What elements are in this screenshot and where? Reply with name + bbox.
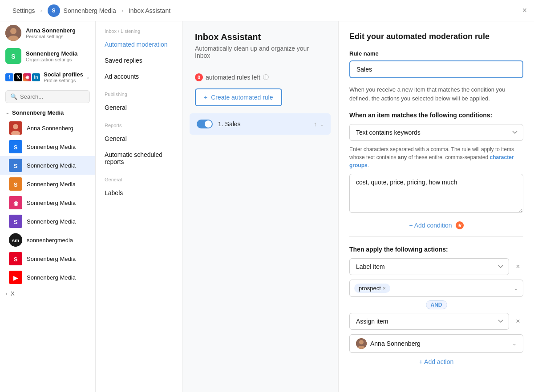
close-button[interactable]: × [522,6,527,15]
assignee-dropdown-row[interactable]: Anna Sonnenberg ⌄ [349,334,523,353]
info-icon[interactable]: ⓘ [263,73,269,81]
account-item-1[interactable]: S Sonnenberg Media [0,137,95,156]
add-condition-row[interactable]: + Add condition ★ [349,221,523,229]
social-text: Social profiles Profile settings [44,71,83,83]
rule-arrows: ↑ ↓ [314,120,324,128]
content-subtitle: Automatically clean up and organize your… [195,45,325,59]
content-header: Inbox Assistant Automatically clean up a… [182,21,338,66]
account-avatar-4: ◉ [9,196,22,209]
expand-more-item[interactable]: › X [0,287,95,300]
social-icons-group: f 𝕏 ◉ in [5,73,40,81]
search-input[interactable] [20,93,95,100]
rules-count-row: 0 automated rules left ⓘ [195,73,325,81]
condition-dropdown-row: Text contains keywords [349,124,523,141]
account-item-8[interactable]: ▶ Sonnenberg Media [0,268,95,287]
rule-item-sales[interactable]: 1. Sales ↑ ↓ [190,113,331,135]
and-separator: AND [349,300,523,309]
account-item-7[interactable]: S Sonnenberg Media [0,249,95,268]
create-rule-button[interactable]: + Create automated rule [195,88,282,106]
condition-type-dropdown[interactable]: Text contains keywords [349,124,523,141]
tag-dropdown-icon[interactable]: ⌄ [514,285,518,292]
action1-type-dropdown[interactable]: Label item [349,258,509,275]
account-item-0[interactable]: Anna Sonnenberg [0,119,95,137]
edit-description: When you receive a new item that matches… [349,85,523,103]
publishing-section-label: Publishing [96,84,182,100]
account-item-2[interactable]: S Sonnenberg Media [0,156,95,175]
account-avatar-5: S [9,215,22,228]
rule-toggle[interactable] [197,120,213,128]
user-info: Anna Sonnenberg Personal settings [26,27,90,39]
account-name-5: Sonnenberg Media [27,218,76,225]
keywords-hint-any: any [398,154,407,160]
action1-remove-button[interactable]: × [513,261,523,272]
content-panel: Inbox Assistant Automatically clean up a… [182,21,338,392]
nav-publishing-general[interactable]: General [96,100,182,116]
account-item-3[interactable]: S Sonnenberg Media [0,175,95,193]
nav-saved-replies[interactable]: Saved replies [96,52,182,68]
org-section-header[interactable]: ⌄ Sonnenberg Media [0,107,95,119]
account-name-2: Sonnenberg Media [27,162,76,169]
keywords-hint-2: of these entire, comma-separated [407,154,490,160]
main-layout: Anna Sonnenberg Personal settings S Sonn… [0,21,534,392]
user-sub: Personal settings [26,34,90,39]
svg-point-6 [13,124,18,129]
svg-point-25 [359,340,364,344]
account-item-4[interactable]: ◉ Sonnenberg Media [0,193,95,212]
action2-dropdown-row: Assign item × [349,313,523,330]
sidebar: Anna Sonnenberg Personal settings S Sonn… [0,21,96,392]
account-avatar-1: S [9,140,22,153]
assignee-dropdown-icon: ⌄ [512,340,517,347]
social-profiles-item[interactable]: f 𝕏 ◉ in Social profiles Profile setting… [0,68,95,87]
general-section-label: General [96,170,182,185]
content-title: Inbox Assistant [195,32,325,42]
assignee-avatar [356,338,367,349]
reports-section-label: Reports [96,116,182,131]
svg-text:S: S [14,256,18,263]
add-action-row[interactable]: + Add action [349,358,523,365]
arrow-down-icon[interactable]: ↓ [320,120,324,128]
social-chevron-icon: ⌄ [86,74,90,80]
tag-row: prospect × ⌄ [349,280,523,297]
personal-settings-item[interactable]: Anna Sonnenberg Personal settings [0,21,95,44]
search-icon: 🔍 [10,93,17,100]
keywords-textarea[interactable]: cost, quote, price, pricing, how much [349,174,523,213]
account-avatar-6: sm [9,233,22,247]
account-avatar-0 [9,121,22,135]
svg-text:◉: ◉ [13,200,19,207]
action2-remove-button[interactable]: × [513,316,523,327]
account-avatar-7: S [9,252,22,265]
org-breadcrumb[interactable]: S Sonnenberg Media [42,4,121,17]
tag-label: prospect [359,285,381,292]
conditions-header: When an item matches the following condi… [349,112,523,119]
nav-reports-general[interactable]: General [96,131,182,147]
nav-labels[interactable]: Labels [96,185,182,201]
action2-type-dropdown[interactable]: Assign item [349,313,509,330]
topbar: Settings › S Sonnenberg Media › Inbox As… [0,0,534,21]
divider [349,236,523,237]
account-name-3: Sonnenberg Media [27,181,76,188]
account-item-5[interactable]: S Sonnenberg Media [0,212,95,231]
nav-panel: Inbox / Listening Automated moderation S… [96,21,182,392]
prospect-tag: prospect × [354,284,390,293]
org-name: Sonnenberg Media [64,7,116,14]
settings-label: Settings [12,7,35,14]
org-info: Sonnenberg Media Organization settings [26,50,90,62]
bottom-label: X [11,290,15,297]
svg-text:S: S [14,163,18,169]
rules-count-badge: 0 [195,73,203,81]
tag-remove-button[interactable]: × [383,285,386,292]
actions-header: Then apply the following actions: [349,246,523,253]
nav-ad-accounts[interactable]: Ad accounts [96,68,182,84]
org-section-label: Sonnenberg Media [12,109,64,116]
settings-link[interactable]: Settings [7,7,40,14]
account-name-7: Sonnenberg Media [27,256,76,262]
nav-automated-moderation[interactable]: Automated moderation [96,36,182,52]
org-chevron-icon: ⌄ [5,110,9,116]
rule-name-input[interactable] [349,60,523,78]
account-item-6[interactable]: sm sonnenbergmedia [0,231,95,249]
account-name-1: Sonnenberg Media [27,144,76,150]
org-settings-item[interactable]: S Sonnenberg Media Organization settings [0,44,95,68]
account-name-6: sonnenbergmedia [27,237,73,244]
arrow-up-icon[interactable]: ↑ [314,120,317,128]
nav-auto-reports[interactable]: Automatic scheduled reports [96,147,182,170]
